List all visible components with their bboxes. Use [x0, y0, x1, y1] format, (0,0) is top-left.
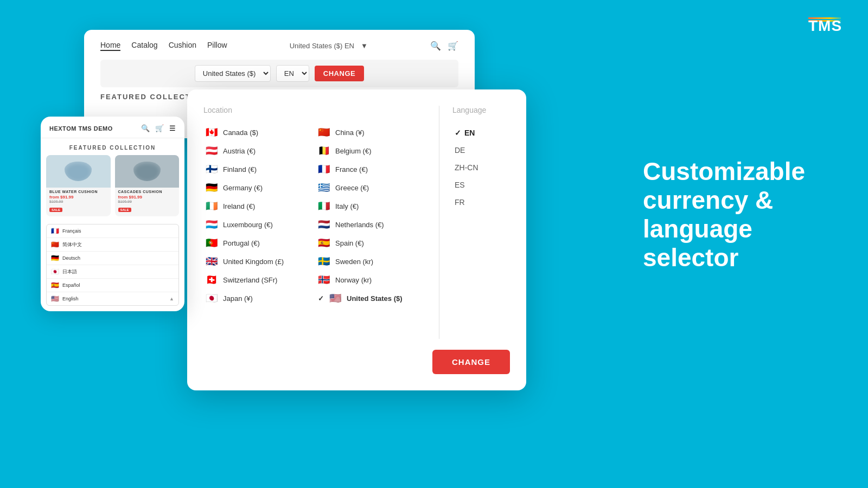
country-norway[interactable]: 🇳🇴 Norway (kr) [316, 272, 423, 288]
country-uk[interactable]: 🇬🇧 United Kingdom (£) [203, 253, 310, 269]
country-belgium[interactable]: 🇧🇪 Belgium (€) [316, 143, 423, 159]
mobile-flag-es: 🇪🇸 [51, 281, 59, 289]
product-name-2: CASCADES CUSHION [118, 190, 176, 194]
mobile-header: HEXTOM TMS DEMO 🔍 🛒 ☰ [41, 117, 184, 138]
mobile-header-icons: 🔍 🛒 ☰ [141, 124, 176, 132]
country-sweden[interactable]: 🇸🇪 Sweden (kr) [316, 253, 423, 269]
mobile-lang-text-es: Español [62, 282, 174, 288]
desktop-nav-right: United States ($) EN ▼ [290, 42, 368, 50]
mobile-product-1: BLUE WATER CUSHION from $91.99 $106.99 S… [46, 155, 111, 216]
search-icon[interactable]: 🔍 [430, 41, 441, 51]
mobile-lang-fr[interactable]: 🇫🇷 Français [47, 224, 178, 238]
country-name-portugal: Portugal (€) [223, 239, 260, 247]
country-japan[interactable]: 🇯🇵 Japan (¥) [203, 290, 310, 306]
modal-language-section: Language ✓ EN DE ZH-CN ES FR [439, 106, 526, 339]
lang-es[interactable]: ES [452, 176, 513, 194]
mobile-lang-zh[interactable]: 🇨🇳 简体中文 [47, 238, 178, 252]
lang-zh-cn[interactable]: ZH-CN [452, 159, 513, 176]
flag-norway: 🇳🇴 [318, 275, 331, 284]
modal-location-section: Location 🇨🇦 Canada ($) 🇨🇳 China (¥) 🇦🇹 A… [187, 106, 439, 339]
headline-text: Customizable currency & language selecto… [643, 157, 822, 272]
country-luxembourg[interactable]: 🇱🇺 Luxembourg (€) [203, 216, 310, 233]
lang-code-fr: FR [455, 198, 465, 207]
country-switzerland[interactable]: 🇨🇭 Switzerland (SFr) [203, 272, 310, 288]
language-title: Language [452, 106, 513, 114]
mobile-lang-en[interactable]: 🇺🇸 English ▲ [47, 292, 178, 305]
cart-icon[interactable]: 🛒 [448, 41, 458, 51]
nav-home[interactable]: Home [100, 41, 120, 51]
nav-cushion[interactable]: Cushion [169, 41, 196, 51]
dropdown-arrow: ▼ [361, 42, 368, 50]
country-name-spain: Spain (€) [335, 239, 364, 247]
country-name-greece: Greece (€) [335, 184, 369, 192]
country-name-luxembourg: Luxembourg (€) [223, 221, 273, 229]
flag-germany: 🇩🇪 [206, 183, 219, 192]
mobile-lang-ja[interactable]: 🇯🇵 日本語 [47, 265, 178, 279]
mobile-products: BLUE WATER CUSHION from $91.99 $106.99 S… [41, 155, 184, 222]
country-name-china: China (¥) [335, 129, 364, 137]
country-name-canada: Canada ($) [223, 129, 258, 137]
flag-austria: 🇦🇹 [206, 146, 219, 155]
lang-en[interactable]: ✓ EN [452, 124, 513, 142]
product-badge-2: SALE [118, 208, 131, 212]
country-ireland[interactable]: 🇮🇪 Ireland (€) [203, 198, 310, 214]
mobile-lang-es[interactable]: 🇪🇸 Español [47, 279, 178, 292]
country-germany[interactable]: 🇩🇪 Germany (€) [203, 179, 310, 196]
flag-netherlands: 🇳🇱 [318, 220, 331, 229]
country-china[interactable]: 🇨🇳 China (¥) [316, 124, 423, 140]
language-select[interactable]: EN [276, 65, 309, 82]
nav-catalog[interactable]: Catalog [131, 41, 157, 51]
lang-check-en: ✓ [455, 129, 461, 137]
change-button-main[interactable]: CHANGE [432, 350, 510, 374]
country-canada[interactable]: 🇨🇦 Canada ($) [203, 124, 310, 140]
desktop-nav: Home Catalog Cushion Pillow United State… [100, 41, 458, 51]
mobile-lang-arrow: ▲ [169, 296, 174, 301]
currency-select[interactable]: United States ($) [195, 65, 271, 82]
country-finland[interactable]: 🇫🇮 Finland (€) [203, 161, 310, 177]
product-oldprice-2: $106.99 [118, 200, 176, 203]
mobile-search-icon[interactable]: 🔍 [141, 124, 150, 132]
mobile-cart-icon[interactable]: 🛒 [155, 124, 164, 132]
flag-sweden: 🇸🇪 [318, 257, 331, 266]
lang-code-es: ES [455, 181, 465, 189]
cushion-shape-1 [65, 162, 92, 181]
country-portugal[interactable]: 🇵🇹 Portugal (€) [203, 235, 310, 251]
mobile-product-2: CASCADES CUSHION from $91.99 $106.99 SAL… [115, 155, 180, 216]
country-italy[interactable]: 🇮🇹 Italy (€) [316, 198, 423, 214]
country-greece[interactable]: 🇬🇷 Greece (€) [316, 179, 423, 196]
country-name-uk: United Kingdom (£) [223, 258, 284, 266]
mobile-lang-text-zh: 简体中文 [62, 241, 174, 248]
country-name-italy: Italy (€) [335, 202, 359, 210]
nav-pillow[interactable]: Pillow [207, 41, 227, 51]
product-info-2: CASCADES CUSHION from $91.99 $106.99 SAL… [115, 188, 180, 216]
mobile-lang-de[interactable]: 🇩🇪 Deutsch [47, 252, 178, 265]
currency-language-modal: Location 🇨🇦 Canada ($) 🇨🇳 China (¥) 🇦🇹 A… [187, 89, 526, 390]
country-us[interactable]: ✓ 🇺🇸 United States ($) [316, 290, 423, 306]
mobile-lang-text-de: Deutsch [62, 255, 174, 261]
mobile-mockup: HEXTOM TMS DEMO 🔍 🛒 ☰ FEATURED COLLECTIO… [41, 117, 184, 311]
product-info-1: BLUE WATER CUSHION from $91.99 $106.99 S… [46, 188, 111, 216]
desktop-change-bar: United States ($) EN CHANGE [100, 60, 458, 87]
country-austria[interactable]: 🇦🇹 Austria (€) [203, 143, 310, 159]
lang-de[interactable]: DE [452, 142, 513, 159]
country-name-germany: Germany (€) [223, 184, 263, 192]
lang-code-zh-cn: ZH-CN [455, 163, 478, 172]
change-button-desktop[interactable]: CHANGE [315, 66, 364, 81]
lang-fr[interactable]: FR [452, 194, 513, 211]
mobile-flag-en: 🇺🇸 [51, 295, 59, 303]
flag-belgium: 🇧🇪 [318, 146, 331, 155]
country-netherlands[interactable]: 🇳🇱 Netherlands (€) [316, 216, 423, 233]
country-grid: 🇨🇦 Canada ($) 🇨🇳 China (¥) 🇦🇹 Austria (€… [203, 124, 423, 306]
country-spain[interactable]: 🇪🇸 Spain (€) [316, 235, 423, 251]
modal-body: Location 🇨🇦 Canada ($) 🇨🇳 China (¥) 🇦🇹 A… [187, 106, 526, 339]
country-name-belgium: Belgium (€) [335, 147, 371, 155]
product-image-2 [115, 155, 180, 188]
country-name-austria: Austria (€) [223, 147, 256, 155]
flag-france: 🇫🇷 [318, 165, 331, 174]
mobile-lang-text-ja: 日本語 [62, 268, 174, 275]
country-france[interactable]: 🇫🇷 France (€) [316, 161, 423, 177]
mobile-menu-icon[interactable]: ☰ [169, 124, 176, 132]
desktop-nav-links: Home Catalog Cushion Pillow [100, 41, 227, 51]
product-image-1 [46, 155, 111, 188]
lang-code-en: EN [464, 129, 475, 137]
